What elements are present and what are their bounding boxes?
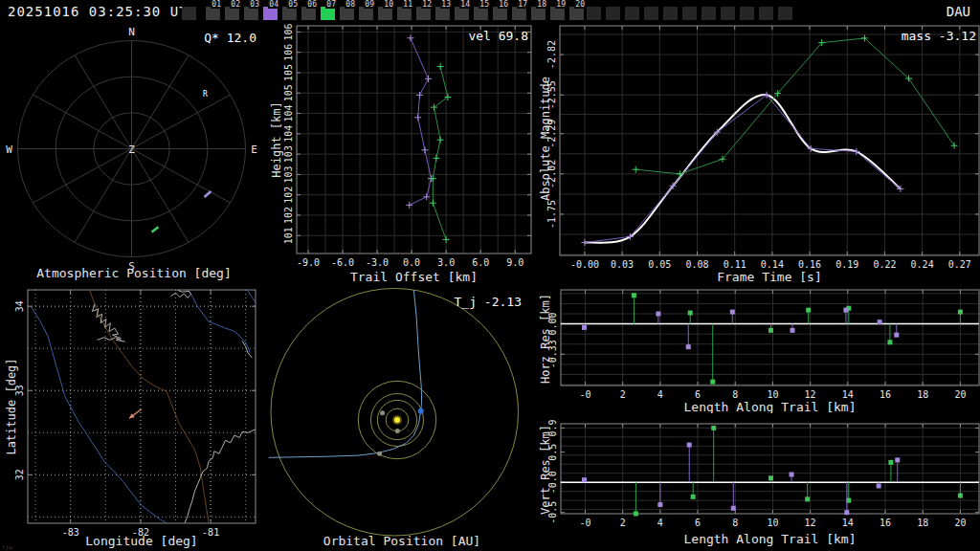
y-tick-label: 106	[283, 23, 294, 40]
frame-03[interactable]: 03	[244, 7, 258, 20]
y-tick-label: 105	[283, 84, 294, 101]
frame-08[interactable]: 08	[340, 7, 354, 20]
plot-border	[561, 290, 979, 386]
frame-11[interactable]: 11	[397, 7, 412, 20]
sun-dot	[394, 417, 400, 423]
frame-09[interactable]: 09	[359, 7, 373, 20]
timestamp: 20251016 03:25:30 UTC	[8, 4, 197, 19]
panel-orbital: T_j -2.13 Orbital Position [AU]	[268, 287, 536, 551]
magnitude-y-axis-label: Absolute Magnitude	[539, 77, 552, 201]
station-id: DAU	[947, 4, 970, 19]
frame-01[interactable]: 01	[206, 7, 220, 20]
frame-17[interactable]: 17	[512, 7, 526, 20]
frame-number: 19	[555, 1, 567, 9]
station-marker: R	[203, 90, 208, 99]
x-tick-label: 10	[767, 518, 778, 528]
axis-ticks	[561, 290, 979, 386]
frame-15[interactable]: 15	[474, 7, 488, 20]
x-tick-label: 2	[620, 389, 626, 400]
y-tick-label: 101	[283, 227, 294, 244]
map-features	[32, 290, 256, 523]
x-tick-label: 9.0	[506, 257, 523, 268]
earth-dot	[418, 408, 424, 414]
river-brown	[89, 290, 208, 522]
mass-value: mass -3.12	[902, 29, 976, 43]
track-segment-0	[205, 191, 212, 197]
frame-number: 18	[536, 1, 547, 9]
x-tick-label: 6	[695, 389, 701, 400]
frame-04[interactable]: 04	[263, 7, 278, 20]
frame-blank[interactable]	[682, 7, 697, 20]
grid-lines	[297, 26, 531, 253]
frame-10[interactable]: 10	[378, 7, 392, 20]
frame-blank[interactable]	[625, 7, 639, 20]
panel-horz-res: -024681012141618200.00-0.33 Horz Res [km…	[536, 287, 980, 413]
watermark: rjw	[2, 543, 12, 550]
coastline	[185, 430, 256, 523]
planet-dot-0	[380, 410, 385, 415]
vert-res-y-axis-label: Vert Res [km]	[539, 425, 552, 515]
compass-east: E	[251, 143, 257, 156]
compass-west: W	[6, 143, 12, 156]
frame-number: 17	[517, 1, 528, 9]
frame-number: 13	[440, 1, 452, 9]
plot-border	[297, 26, 531, 253]
axis-ticks	[297, 26, 531, 253]
y-tick-label: 106	[283, 44, 294, 61]
frame-19[interactable]: 19	[550, 7, 565, 20]
frame-20[interactable]: 20	[569, 7, 584, 20]
trail-x-axis-label: Trail Offset [km]	[297, 270, 531, 284]
frame-number: 01	[211, 1, 222, 9]
y-tick-label: 102	[283, 187, 294, 204]
series-camera-2-green	[430, 63, 452, 243]
x-tick-label: 14	[842, 389, 854, 400]
caption-atmospheric: Atmospheric Position [deg]	[0, 266, 268, 280]
x-tick-label: -0	[579, 518, 590, 528]
track-segment-1	[152, 227, 159, 231]
frame-blank[interactable]	[759, 7, 773, 20]
x-tick-label: 20	[954, 518, 966, 528]
frame-blank[interactable]	[644, 7, 658, 20]
frame-06[interactable]: 06	[301, 7, 316, 20]
x-tick-label: -3.0	[366, 257, 389, 268]
frame-02[interactable]: 02	[225, 7, 239, 20]
x-tick-label: 0.24	[911, 259, 934, 270]
frame-blank[interactable]	[182, 7, 196, 20]
y-tick-label: 32	[14, 469, 25, 480]
frame-blank[interactable]	[721, 7, 735, 20]
frame-07[interactable]: 07	[321, 7, 335, 20]
frame-16[interactable]: 16	[493, 7, 507, 20]
frame-blank[interactable]	[606, 7, 620, 20]
frame-blank[interactable]	[740, 7, 754, 20]
x-tick-label: 4	[657, 518, 663, 528]
series-camera-1-purple	[582, 443, 900, 516]
x-tick-label: 0.03	[611, 259, 634, 270]
planet-dot-2	[377, 452, 382, 456]
frame-number: 07	[325, 1, 337, 9]
frame-number: 15	[479, 1, 490, 9]
frame-number: 09	[364, 1, 375, 9]
frame-blank[interactable]	[702, 7, 716, 20]
panel-atmospheric: NSEWZR Q* 12.0 Atmospheric Position [deg…	[0, 23, 268, 287]
frame-blank[interactable]	[663, 7, 678, 20]
x-tick-label: 18	[917, 389, 928, 400]
frame-12[interactable]: 12	[416, 7, 431, 20]
x-tick-label: 0.08	[685, 259, 708, 270]
frame-blank[interactable]	[587, 7, 601, 20]
frame-number: 14	[459, 1, 471, 9]
grid-lines	[28, 290, 256, 523]
frame-13[interactable]: 13	[435, 7, 450, 20]
horz-res-plot: -024681012141618200.00-0.33	[536, 287, 980, 413]
x-tick-label: 0.05	[648, 259, 671, 270]
grid-lines	[560, 26, 979, 255]
frame-18[interactable]: 18	[531, 7, 546, 20]
x-tick-label: 8	[732, 518, 738, 528]
series-camera-2-green	[632, 293, 963, 384]
frame-blank[interactable]	[778, 7, 792, 20]
frame-05[interactable]: 05	[282, 7, 297, 20]
river-corner	[247, 290, 256, 302]
x-tick-label: 12	[805, 389, 816, 400]
frame-14[interactable]: 14	[455, 7, 469, 20]
x-tick-label: 16	[880, 518, 891, 528]
frame-number: 12	[421, 1, 433, 9]
